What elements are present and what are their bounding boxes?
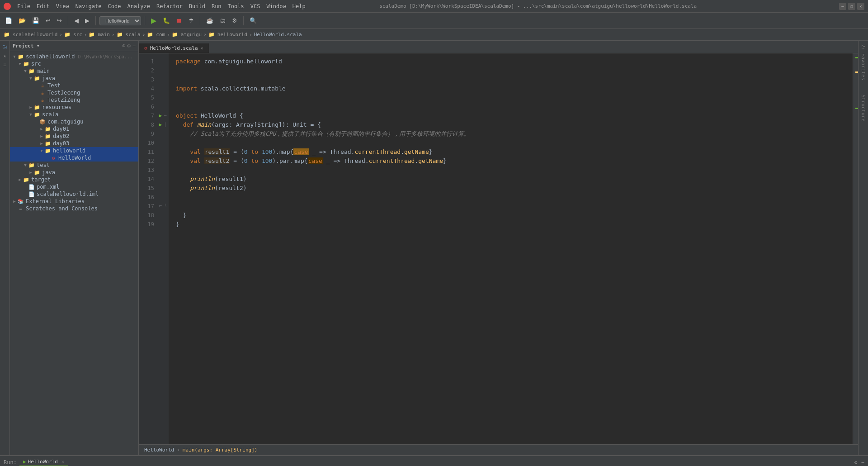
tree-target[interactable]: ▶ 📁 target (10, 176, 138, 183)
tree-resources[interactable]: ▶ 📁 resources (10, 104, 138, 111)
folder-icon: 📁 (33, 112, 41, 118)
menu-code[interactable]: Code (105, 2, 124, 10)
code-line-15: println(result2) (176, 184, 853, 193)
redo-button[interactable]: ↪ (55, 16, 64, 25)
project-icon[interactable]: 🗂 (1, 43, 9, 51)
menu-vcs[interactable]: VCS (248, 2, 263, 10)
menu-edit[interactable]: Edit (34, 2, 52, 10)
tree-day03[interactable]: ▶ 📁 day03 (10, 140, 138, 147)
maximize-button[interactable]: ❐ (848, 3, 855, 10)
tree-HelloWorld-file[interactable]: ⚙ HelloWorld (10, 154, 138, 162)
tree-TestZiZeng[interactable]: ☕ TestZiZeng (10, 96, 138, 104)
java-icon2: ☕ (39, 90, 46, 96)
tree-scalahelloworld[interactable]: ▼ 📁 scalahelloworld D:\MyWork\WorkSpa... (10, 53, 138, 60)
undo-button[interactable]: ↩ (43, 16, 53, 25)
editor-tab-helloworld[interactable]: ⚙ HelloWorld.scala ✕ (139, 43, 209, 53)
item-label: day02 (53, 133, 69, 139)
window-controls: — ❐ ✕ (839, 3, 864, 10)
code-editor[interactable]: 1 2 3 4 5 6 7 8 9 10 11 12 13 14 15 16 1… (139, 53, 858, 444)
item-label: test (37, 162, 50, 168)
sdk-button[interactable]: ☕ (204, 16, 216, 25)
menu-bar: File Edit View Navigate Code Analyze Ref… (14, 2, 308, 10)
bottom-panel: Run: ▶ HelloWorld ✕ ⚙ − ▶ ⏹ ⟳ ↓ 🖨 ✕ D:\M… (0, 455, 868, 466)
favorites-icon[interactable]: ★ (1, 52, 9, 60)
search-everywhere-button[interactable]: 🔍 (247, 16, 259, 25)
tree-helloworld-folder[interactable]: ▼ 📁 helloworld (10, 147, 138, 154)
collapse-icon[interactable]: − (132, 43, 136, 49)
structure-icon[interactable]: ≡ (1, 61, 9, 69)
breadcrumb-helloworld[interactable]: helloworld (217, 32, 247, 38)
code-content[interactable]: package com.atguigu.helloworld import sc… (169, 53, 853, 444)
favorites-panel-label[interactable]: 2: Favorites (859, 43, 867, 82)
run-tab-close[interactable]: ✕ (61, 459, 65, 465)
lib-icon: 📚 (17, 199, 24, 204)
menu-run[interactable]: Run (209, 2, 224, 10)
tree-external-libs[interactable]: ▶ 📚 External Libraries (10, 198, 138, 205)
run-button[interactable]: ▶ (149, 15, 159, 26)
tree-test[interactable]: ▼ 📁 test (10, 162, 138, 169)
settings-icon[interactable]: ⚙ (127, 43, 131, 49)
tree-src[interactable]: ▼ 📁 src (10, 60, 138, 67)
structure-panel-label[interactable]: Structure (859, 93, 867, 124)
menu-view[interactable]: View (53, 2, 72, 10)
gutter-mark-green (855, 57, 858, 58)
run-gutter-icon[interactable]: ▶ (157, 111, 164, 120)
menu-build[interactable]: Build (186, 2, 208, 10)
back-button[interactable]: ◀ (72, 16, 81, 25)
fold-gutter[interactable]: ⌐ (157, 202, 164, 211)
bc-icon2: 📁 (64, 32, 71, 38)
coverage-button[interactable]: ☂ (186, 16, 196, 25)
breadcrumb-main[interactable]: main (98, 32, 110, 38)
settings-button[interactable]: ⚙ (230, 16, 240, 25)
menu-analyze[interactable]: Analyze (124, 2, 153, 10)
folder-icon: 📁 (44, 141, 52, 147)
tree-com-atguigu[interactable]: 📦 com.atguigu (10, 118, 138, 125)
stop-button[interactable]: ⏹ (174, 16, 184, 25)
panel-minimize-icon[interactable]: − (861, 459, 864, 466)
run-gutter-icon2[interactable]: ▶ (157, 120, 164, 129)
tab-icon: ⚙ (144, 45, 147, 51)
new-file-button[interactable]: 📄 (3, 16, 14, 25)
locate-icon[interactable]: ⊕ (122, 43, 125, 49)
minimize-button[interactable]: — (839, 3, 846, 10)
breadcrumb-scala[interactable]: scala (126, 32, 141, 38)
breadcrumb-com[interactable]: com (156, 32, 165, 38)
item-label: day01 (53, 126, 69, 132)
tree-pom[interactable]: 📄 pom.xml (10, 183, 138, 190)
tree-day01[interactable]: ▶ 📁 day01 (10, 125, 138, 133)
item-label: pom.xml (37, 184, 60, 190)
forward-button[interactable]: ▶ (83, 16, 92, 25)
left-sidebar-icons: 🗂 ★ ≡ (0, 41, 10, 455)
close-button[interactable]: ✕ (857, 3, 864, 10)
menu-help[interactable]: Help (290, 2, 308, 10)
tree-day02[interactable]: ▶ 📁 day02 (10, 133, 138, 140)
tab-close-button[interactable]: ✕ (201, 46, 203, 51)
breadcrumb-file[interactable]: HelloWorld.scala (254, 32, 302, 38)
tree-main[interactable]: ▼ 📁 main (10, 67, 138, 75)
settings-gear-icon[interactable]: ⚙ (854, 459, 858, 466)
tree-Test[interactable]: ☕ Test (10, 82, 138, 89)
arrow: ▶ (28, 105, 33, 109)
menu-navigate[interactable]: Navigate (73, 2, 104, 10)
breadcrumb-atguigu[interactable]: atguigu (181, 32, 202, 38)
tree-java[interactable]: ▼ 📁 java (10, 75, 138, 82)
run-tab[interactable]: ▶ HelloWorld ✕ (19, 458, 68, 466)
debug-button[interactable]: 🐛 (160, 16, 172, 25)
breadcrumb-icon: 📁 (4, 32, 10, 38)
breadcrumb-scalahelloworld[interactable]: scalahelloworld (13, 32, 57, 38)
tree-scala[interactable]: ▼ 📁 scala (10, 111, 138, 118)
tree-test-java[interactable]: ▶ 📁 java (10, 169, 138, 176)
tree-iml[interactable]: 📄 scalahelloworld.iml (10, 190, 138, 198)
open-button[interactable]: 📂 (16, 16, 28, 25)
menu-window[interactable]: Window (264, 2, 288, 10)
menu-file[interactable]: File (14, 2, 33, 10)
menu-refactor[interactable]: Refactor (154, 2, 185, 10)
menu-tools[interactable]: Tools (225, 2, 247, 10)
run-config-dropdown[interactable]: HelloWorld (99, 16, 141, 25)
gutter-mark-warn (855, 71, 858, 73)
project-structure-button[interactable]: 🗂 (217, 16, 228, 25)
tree-TestJeceng[interactable]: ☕ TestJeceng (10, 89, 138, 96)
tree-scratches[interactable]: ✏ Scratches and Consoles (10, 205, 138, 212)
save-button[interactable]: 💾 (30, 16, 42, 25)
breadcrumb-src[interactable]: src (73, 32, 82, 38)
